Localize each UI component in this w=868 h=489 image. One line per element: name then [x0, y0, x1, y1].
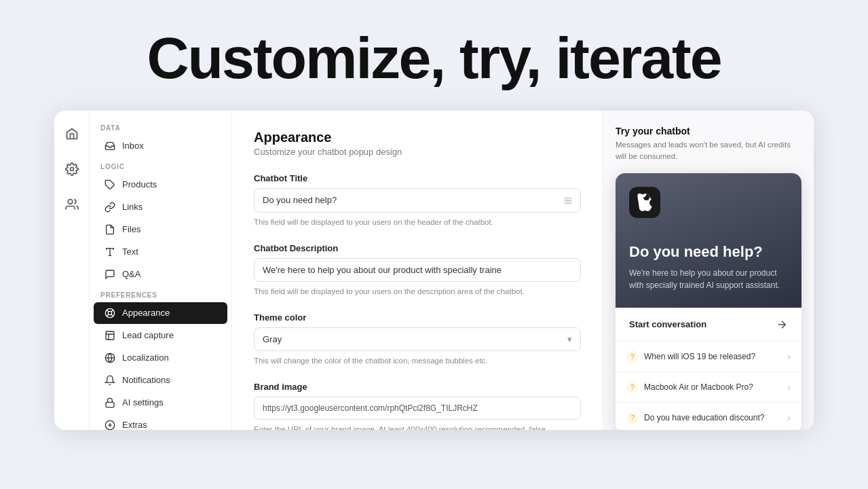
- edit-icon: ⊞: [564, 195, 572, 206]
- svg-point-1: [68, 199, 73, 204]
- faq-chevron-3: ›: [787, 412, 791, 423]
- lead-capture-label: Lead capture: [122, 330, 174, 340]
- chatbot-header: Do you need help? We're here to help you…: [616, 173, 801, 308]
- faq-icon-3: ?: [626, 412, 639, 424]
- chatbot-widget-desc: We're here to help you about our product…: [629, 267, 788, 291]
- theme-color-select[interactable]: Gray ▾: [254, 327, 581, 351]
- sidebar-item-appearance[interactable]: Appearance: [94, 302, 227, 324]
- text-label: Text: [122, 247, 138, 257]
- sidebar-item-localization[interactable]: Localization: [94, 347, 227, 369]
- sidebar-item-extras[interactable]: Extras: [94, 414, 227, 430]
- svg-line-7: [107, 310, 109, 312]
- preview-panel: Try your chatbot Messages and leads won'…: [603, 111, 814, 430]
- extras-label: Extras: [122, 420, 147, 430]
- chatbot-description-label: Chatbot Description: [254, 243, 581, 253]
- svg-point-0: [70, 167, 73, 170]
- faq-question-2: Macbook Air or Macbook Pro?: [644, 382, 753, 392]
- start-conversation-label: Start conversation: [629, 319, 706, 329]
- page-title: Appearance: [254, 130, 581, 145]
- sidebar: DATA Inbox LOGIC Products Links: [90, 111, 232, 430]
- sidebar-item-links[interactable]: Links: [94, 196, 227, 218]
- svg-rect-14: [106, 402, 114, 407]
- theme-color-help: This will change the color of the chatbo…: [254, 355, 581, 367]
- sidebar-item-text[interactable]: Text: [94, 241, 227, 263]
- chatbot-description-help: This field will be displayed to your use…: [254, 286, 581, 297]
- preview-subtitle: Messages and leads won't be saved, but A…: [616, 139, 801, 163]
- chatbot-logo: [629, 187, 660, 218]
- brand-image-label: Brand image: [254, 382, 581, 392]
- notifications-label: Notifications: [122, 375, 170, 385]
- users-nav-item[interactable]: [60, 192, 84, 217]
- links-label: Links: [122, 202, 143, 212]
- sidebar-section-data: DATA: [90, 119, 231, 134]
- theme-color-value: Gray: [263, 334, 282, 344]
- qa-label: Q&A: [122, 269, 140, 279]
- svg-line-8: [111, 314, 113, 316]
- svg-line-10: [107, 314, 109, 316]
- appearance-label: Appearance: [122, 308, 170, 318]
- svg-rect-11: [106, 331, 114, 340]
- sidebar-item-qa[interactable]: Q&A: [94, 264, 227, 285]
- faq-item-1[interactable]: ? When will iOS 19 be released? ›: [616, 341, 801, 372]
- main-panel: Appearance Customize your chatbot popup …: [232, 111, 603, 430]
- home-nav-item[interactable]: [60, 122, 84, 146]
- brand-image-input[interactable]: https://yt3.googleusercontent.com/rphQtP…: [254, 397, 581, 420]
- chatbot-description-input-wrapper[interactable]: [254, 258, 581, 282]
- inbox-label: Inbox: [122, 141, 144, 151]
- brand-image-group: Brand image https://yt3.googleuserconten…: [254, 382, 581, 429]
- faq-chevron-1: ›: [787, 351, 791, 362]
- chevron-down-icon: ▾: [567, 334, 572, 344]
- products-label: Products: [122, 179, 157, 189]
- start-conversation-button[interactable]: Start conversation: [616, 308, 801, 341]
- brand-image-help: Enter the URL of your brand image. At le…: [254, 424, 581, 429]
- svg-point-6: [108, 311, 111, 314]
- icon-nav: [54, 111, 90, 430]
- faq-icon-1: ?: [626, 350, 639, 363]
- svg-line-9: [111, 310, 113, 312]
- sidebar-item-files[interactable]: Files: [94, 219, 227, 240]
- sidebar-item-products[interactable]: Products: [94, 174, 227, 196]
- chatbot-title-input[interactable]: [263, 195, 552, 205]
- page-subtitle: Customize your chatbot popup design: [254, 147, 581, 157]
- theme-color-label: Theme color: [254, 312, 581, 323]
- chatbot-title-group: Chatbot Title ⊞ This field will be displ…: [254, 173, 581, 228]
- sidebar-item-notifications[interactable]: Notifications: [94, 369, 227, 391]
- arrow-right-icon: [776, 319, 788, 331]
- files-label: Files: [122, 224, 140, 234]
- faq-item-3[interactable]: ? Do you have education discount? ›: [616, 402, 801, 430]
- sidebar-section-logic: LOGIC: [90, 158, 231, 173]
- faq-list: ? When will iOS 19 be released? › ? Macb…: [616, 341, 801, 430]
- sidebar-item-lead-capture[interactable]: Lead capture: [94, 325, 227, 346]
- app-shell: DATA Inbox LOGIC Products Links: [54, 111, 814, 430]
- faq-question-3: Do you have education discount?: [644, 413, 764, 422]
- chatbot-title-label: Chatbot Title: [254, 173, 581, 183]
- settings-nav-item[interactable]: [60, 157, 84, 181]
- faq-item-2[interactable]: ? Macbook Air or Macbook Pro? ›: [616, 372, 801, 402]
- faq-icon-2: ?: [626, 381, 639, 393]
- hero-title: Customize, try, iterate: [0, 0, 868, 111]
- preview-title: Try your chatbot: [616, 126, 801, 137]
- sidebar-section-preferences: PREFERENCES: [90, 286, 231, 302]
- chatbot-description-group: Chatbot Description This field will be d…: [254, 243, 581, 297]
- chatbot-title-input-wrapper[interactable]: ⊞: [254, 188, 581, 213]
- chatbot-description-input[interactable]: [263, 265, 552, 275]
- sidebar-item-inbox[interactable]: Inbox: [94, 135, 227, 157]
- faq-chevron-2: ›: [787, 382, 791, 393]
- apple-logo-icon: [636, 194, 654, 211]
- chatbot-title-help: This field will be displayed to your use…: [254, 217, 581, 228]
- ai-settings-label: AI settings: [122, 397, 164, 408]
- theme-color-group: Theme color Gray ▾ This will change the …: [254, 312, 581, 367]
- chatbot-widget-title: Do you need help?: [629, 242, 788, 261]
- sidebar-item-ai-settings[interactable]: AI settings: [94, 392, 227, 414]
- chatbot-widget: Do you need help? We're here to help you…: [616, 173, 801, 430]
- faq-question-1: When will iOS 19 be released?: [644, 352, 755, 361]
- localization-label: Localization: [122, 352, 169, 363]
